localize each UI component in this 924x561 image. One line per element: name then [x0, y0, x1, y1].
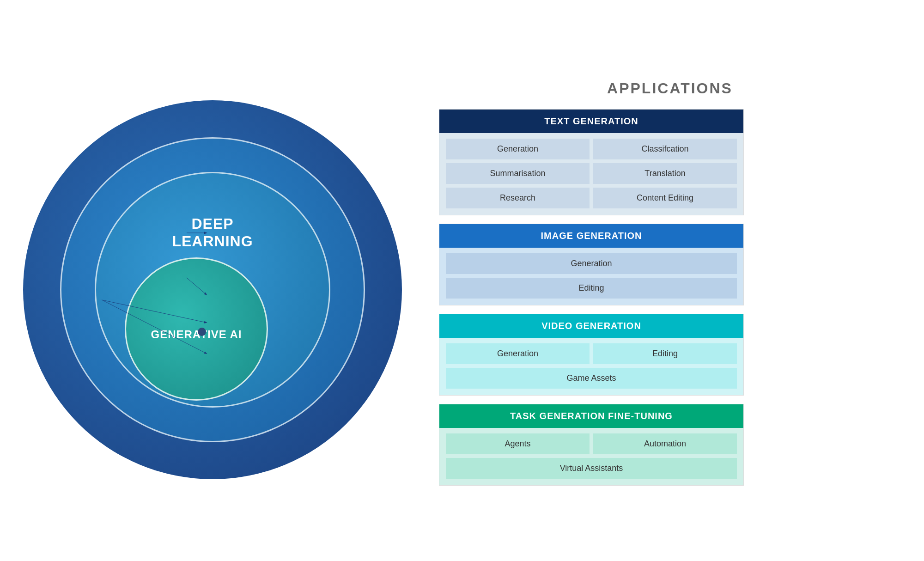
- video-gen-body: Generation Editing Game Assets: [439, 338, 743, 395]
- cell-img-editing: Editing: [446, 278, 737, 299]
- text-gen-body: Generation Classifcation Summarisation T…: [439, 133, 743, 215]
- connector-dot: [198, 328, 206, 336]
- gen-label: GENERATIVE AI: [151, 277, 242, 341]
- card-video-generation: VIDEO GENERATION Generation Editing Game…: [439, 314, 744, 396]
- cell-translation: Translation: [593, 163, 737, 184]
- cell-generation: Generation: [446, 139, 590, 159]
- cell-img-generation: Generation: [446, 253, 737, 274]
- cell-automation: Automation: [593, 433, 737, 454]
- image-gen-header: IMAGE GENERATION: [439, 224, 743, 248]
- cell-research: Research: [446, 188, 590, 208]
- video-gen-header: VIDEO GENERATION: [439, 314, 743, 338]
- image-gen-body: Generation Editing: [439, 248, 743, 305]
- cell-game-assets: Game Assets: [446, 368, 737, 389]
- main-container: ARTIFICIALINTELLIGENCE MACHINELEARNING D…: [23, 8, 901, 553]
- card-task-generation: TASK GENERATION FINE-TUNING Agents Autom…: [439, 404, 744, 486]
- cell-classification: Classifcation: [593, 139, 737, 159]
- dl-label: DEEPLEARNING: [172, 192, 253, 250]
- task-gen-body: Agents Automation Virtual Assistants: [439, 428, 743, 485]
- text-gen-header: TEXT GENERATION: [439, 110, 743, 133]
- cell-vid-generation: Generation: [446, 343, 590, 364]
- apps-title: APPLICATIONS: [607, 80, 733, 97]
- cell-virtual-assistants: Virtual Assistants: [446, 458, 737, 479]
- circle-gen: GENERATIVE AI: [125, 257, 268, 401]
- cell-content-editing: Content Editing: [593, 188, 737, 208]
- cell-agents: Agents: [446, 433, 590, 454]
- circles-diagram: ARTIFICIALINTELLIGENCE MACHINELEARNING D…: [23, 100, 402, 479]
- card-image-generation: IMAGE GENERATION Generation Editing: [439, 224, 744, 305]
- cell-vid-editing: Editing: [593, 343, 737, 364]
- task-gen-header: TASK GENERATION FINE-TUNING: [439, 404, 743, 428]
- card-text-generation: TEXT GENERATION Generation Classifcation…: [439, 109, 744, 215]
- apps-section: APPLICATIONS TEXT GENERATION Generation …: [402, 75, 901, 486]
- cell-summarisation: Summarisation: [446, 163, 590, 184]
